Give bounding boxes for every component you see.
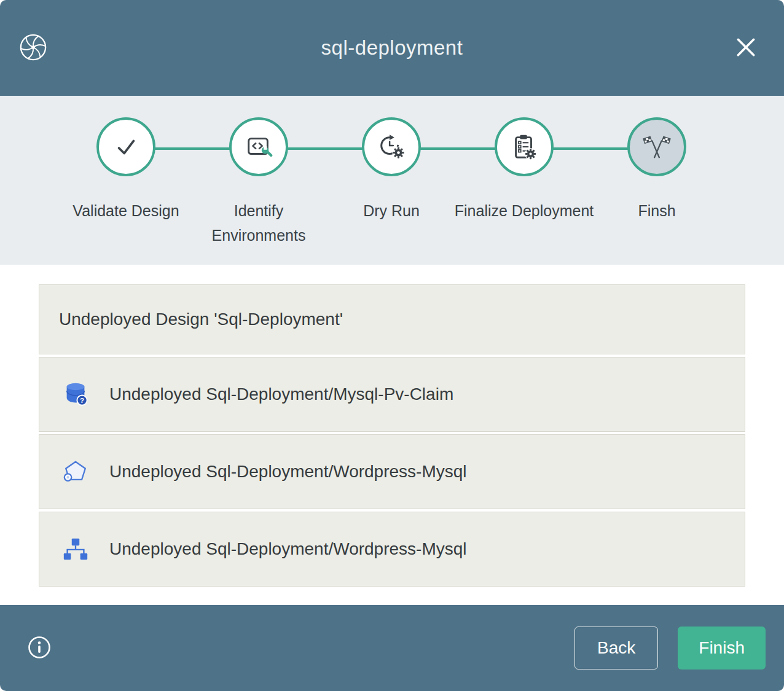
step-label: Finalize Deployment — [453, 198, 595, 223]
modal-footer: Back Finish — [0, 605, 784, 691]
step-identify-environments: Identify Environments — [188, 117, 329, 248]
pod-icon — [61, 458, 90, 486]
topology-icon — [61, 535, 90, 563]
back-button[interactable]: Back — [574, 627, 658, 670]
step-validate-design: Validate Design — [55, 117, 197, 223]
deployment-log-panel: Undeployed Design 'Sql-Deployment' ? Und… — [39, 284, 745, 587]
check-icon — [96, 117, 155, 176]
deployment-wizard-modal: sql-deployment Validate Design — [0, 0, 784, 691]
wizard-content: Undeployed Design 'Sql-Deployment' ? Und… — [0, 265, 784, 605]
log-text: Undeployed Sql-Deployment/Wordpress-Mysq… — [109, 539, 467, 559]
step-label: Dry Run — [321, 198, 462, 223]
log-row-pv-claim: ? Undeployed Sql-Deployment/Mysql-Pv-Cla… — [39, 357, 745, 432]
log-row-design: Undeployed Design 'Sql-Deployment' — [39, 284, 745, 354]
log-text: Undeployed Sql-Deployment/Mysql-Pv-Claim — [109, 385, 453, 404]
step-dry-run: Dry Run — [321, 117, 462, 223]
svg-text:?: ? — [80, 397, 84, 404]
finish-button[interactable]: Finish — [678, 627, 766, 670]
info-icon — [27, 652, 52, 662]
clipboard-gear-icon — [495, 117, 554, 176]
step-label: Finsh — [586, 198, 727, 223]
close-icon — [734, 52, 758, 61]
step-finalize-deployment: Finalize Deployment — [453, 117, 595, 223]
code-wrench-icon — [229, 117, 288, 176]
log-text: Undeployed Design 'Sql-Deployment' — [59, 310, 343, 329]
step-finish: Finsh — [586, 117, 727, 223]
database-icon: ? — [61, 380, 90, 408]
finish-flags-icon — [627, 117, 686, 176]
log-text: Undeployed Sql-Deployment/Wordpress-Mysq… — [109, 462, 467, 482]
modal-title: sql-deployment — [0, 0, 784, 96]
log-row-topology: Undeployed Sql-Deployment/Wordpress-Mysq… — [39, 512, 745, 587]
step-label: Identify Environments — [188, 198, 329, 248]
log-row-pod: Undeployed Sql-Deployment/Wordpress-Mysq… — [39, 434, 745, 509]
close-button[interactable] — [734, 36, 758, 60]
dry-run-icon — [362, 117, 421, 176]
modal-header: sql-deployment — [0, 0, 784, 96]
step-label: Validate Design — [55, 198, 197, 223]
info-button[interactable] — [26, 634, 53, 662]
wizard-stepper: Validate Design Identify Environments — [0, 96, 784, 265]
